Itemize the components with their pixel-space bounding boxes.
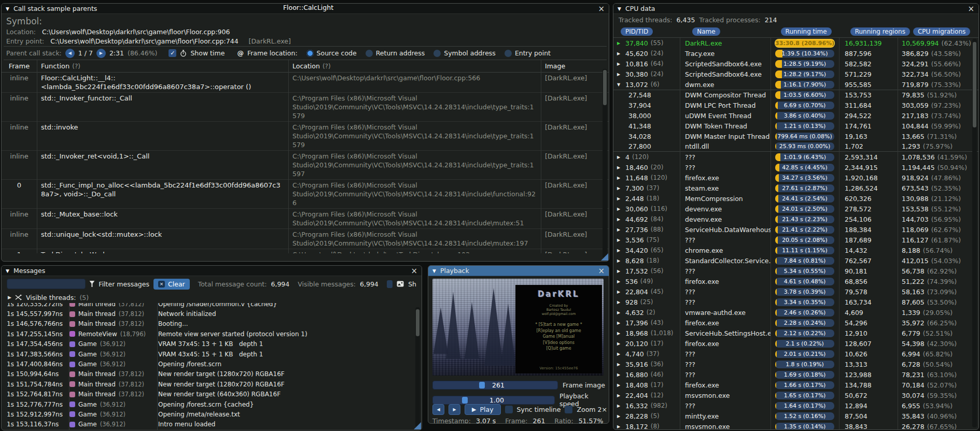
function-cell[interactable]: std::unique_lock<std::mutex>::lock [37,229,288,240]
cpu-row[interactable]: ▶ 16,880 (46) ??? 1.69 s (0.18%) 123,988… [613,369,978,380]
expand-icon[interactable]: ▶ [617,341,623,346]
expand-icon[interactable]: ▶ [617,165,623,170]
expand-icon[interactable]: ▶ [617,196,623,201]
function-cell[interactable]: TaskDispatch::Worker [37,249,288,253]
expand-icon[interactable]: ▶ [617,62,623,66]
cpu-row[interactable]: ▶ 18,172 (8) msvsmon.exe 1.35 s (0.14%) … [613,421,978,429]
cpu-row[interactable]: ▶ 10,816 (64) ScriptedSandbox64.exe 1:28… [613,59,978,69]
collapse-icon[interactable]: ▼ [432,268,436,274]
cpu-row[interactable]: ▶ 45,620 (24) Tracy.exe 1:39.5 (10.34%) … [613,48,978,59]
close-icon[interactable]: × [598,267,605,275]
function-cell[interactable]: Floor::CalcLight::__l4::<lambda_5bc224f1… [37,73,288,92]
cpu-row[interactable]: ▶ 11,648 (120) firefox.exe 34.27 s (3.56… [613,173,978,183]
expand-icon[interactable]: ▶ [617,383,623,387]
cpu-row[interactable]: ▶ 18,968 (1,018) ServiceHub.SettingsHost… [613,328,978,338]
message-row[interactable]: 1s 147,255,145ns RemoteView (18,796) Rem… [2,329,422,339]
expand-icon[interactable]: ▶ [617,331,623,336]
expand-icon[interactable]: ▶ [617,51,623,56]
cpu-row[interactable]: ▶ 20,120 (17) firefox.exe 2.1 s (0.22%) … [613,338,978,349]
cpu-row[interactable]: ▶ 18,460 (20) ??? 42.85 s (4.45%) 2,344,… [613,162,978,173]
message-row[interactable]: 1s 145,557,997ns Main thread (37,812) Ne… [2,309,422,319]
cpu-row[interactable]: ▶ 7,300 (37) steam.exe 27.61 s (2.87%) 1… [613,183,978,193]
cpu-row[interactable]: 27,548 DWM Compositor Thread 1:03.5 (6.6… [613,90,978,100]
expand-icon[interactable]: ▶ [617,269,623,274]
message-row[interactable]: 1s 150,994,64ns Main thread (37,812) New… [2,369,422,379]
expand-icon[interactable]: ▶ [617,352,623,356]
expand-icon[interactable]: ▶ [617,248,623,253]
expand-icon[interactable]: ▶ [617,41,623,46]
expand-icon[interactable]: ▶ [617,238,623,242]
expand-icon[interactable]: ▶ [617,414,623,419]
function-cell[interactable]: std::_Func_impl_no_alloc<<lambda_5bc224f… [37,180,288,199]
prev-frame-button[interactable]: ◀ [432,404,444,415]
cpu-row[interactable]: ▶ 17,532 (56) ??? 5.34 s (0.55%) 90,181 … [613,266,978,276]
message-row[interactable]: 1s 152,912,997ns Game (36,912) Opening /… [2,409,422,419]
message-row[interactable]: 1s 151,754,784ns Main thread (37,812) Ne… [2,379,422,389]
zoom-2x-checkbox[interactable] [565,406,572,413]
scrollbar[interactable] [603,69,607,258]
cpu-row[interactable]: ▶ 928 (25) ??? 3.34 s (0.35%) 163,734 87… [613,297,978,307]
message-row[interactable]: 1s 146,576,766ns Main thread (37,812) Bo… [2,319,422,329]
expand-icon[interactable]: ▶ [617,279,623,284]
filter-input[interactable] [7,279,86,289]
expand-icon[interactable]: ▶ [8,295,11,300]
scrollbar[interactable] [415,307,420,427]
message-row[interactable]: 1s 147,400,846ns Game (36,912) Opening /… [2,359,422,369]
cpu-row[interactable]: ▶ 16,332 (982) ??? 1.64 s (0.17%) 12,894… [613,400,978,411]
resize-grip[interactable] [601,253,608,261]
cpu-row[interactable]: 37,904 DWM LPC Port Thread 6.69 s (0.70%… [613,100,978,110]
cpu-row[interactable]: ▶ 18,408 (17) firefox.exe 1.66 s (0.17%)… [613,380,978,390]
message-row[interactable]: 1s 147,383,566ns Game (36,912) VRAM 43x4… [2,349,422,359]
cpu-row[interactable]: ▼ 13,072 (6) dwm.exe 1:16.1 (7.90%) 955,… [613,79,978,90]
cpu-row[interactable]: ▶ 3,536 (75) ??? 20.05 s (2.08%) 187,689… [613,235,978,245]
expand-icon[interactable]: ▶ [617,227,623,232]
expand-icon[interactable]: ▶ [617,186,623,191]
cpu-row[interactable]: ▶ 4 (120) ??? 1:01.9 (6.43%) 2,593,314 1… [613,152,978,162]
collapse-icon[interactable]: ▼ [618,6,621,11]
frame-image-slider[interactable]: 261 [432,381,558,390]
cpu-row[interactable]: ▶ 22,404 (12) msvsmon.exe 1.65 s (0.17%)… [613,390,978,400]
playback-titlebar[interactable]: ▼ Playback × [428,266,609,276]
message-row[interactable]: 1s 120,335,272ns Main thread (37,812) Op… [2,303,422,309]
callstack-row[interactable]: 1 TaskDispatch::Worker C:\Users\wolf\Des… [2,249,609,253]
callstack-row[interactable]: inline std::_Mutex_base::lock C:\Program… [2,209,609,229]
cpu-row[interactable]: ▶ 34,420 (65) chrome.exe 11.11 s (1.15%)… [613,245,978,255]
cpu-row[interactable]: ▶ 37,840 (55) DarkRL.exe 33:30.8 (208.96… [613,38,978,48]
callstack-row[interactable]: inline std::_Invoker_ret<void,1>::_Call … [2,151,609,180]
scrollbar[interactable] [972,39,977,427]
col-name[interactable]: Name [692,27,720,36]
message-row[interactable]: 1s 153,116,37ns Game (36,912) Intro menu… [2,420,422,429]
cpu-row[interactable]: ▶ 44,692 (84) devenv.exe 21.43 s (2.23%)… [613,214,978,224]
expand-icon[interactable]: ▶ [617,290,623,294]
expand-icon[interactable]: ▶ [617,372,623,377]
scrollbar-thumb[interactable] [603,70,607,105]
expand-icon[interactable]: ▶ [617,72,623,77]
expand-icon[interactable]: ▶ [617,217,623,222]
function-cell[interactable]: std::_Invoker_ret<void,1>::_Call [37,151,288,162]
function-cell[interactable]: std::_Invoker_functor::_Call [37,93,288,104]
scrollbar-thumb[interactable] [973,42,976,127]
callstack-row[interactable]: inline std::unique_lock<std::mutex>::loc… [2,229,609,249]
callstack-row[interactable]: inline std::invoke C:\Program Files (x86… [2,122,609,151]
message-row[interactable]: 1s 147,354,456ns Game (36,912) VRAM 37x4… [2,339,422,349]
cpu-row[interactable]: 27,800 ntdll.dll 25.93 ms (0.00%) 1,702 … [613,141,978,152]
cpu-row[interactable]: ▶ 17,396 (43) firefox.exe 2.28 s (0.24%)… [613,318,978,328]
callstack-row[interactable]: inline std::_Invoker_functor::_Call C:\P… [2,93,609,122]
expand-icon[interactable]: ▶ [617,155,623,160]
cpu-row[interactable]: ▶ 30,060 (116) devenv.exe 24.01 s (2.50%… [613,204,978,214]
clear-button[interactable]: × Clear [153,279,190,290]
cpu-row[interactable]: ▶ 8,628 (18) StandardCollector.Service.e… [613,255,978,266]
playback-speed-slider[interactable]: 1.00 [432,396,555,405]
expand-icon[interactable]: ▶ [617,207,623,211]
close-icon[interactable]: × [968,5,974,12]
resize-grip[interactable] [414,422,421,429]
col-pid-tid[interactable]: PID/TID [621,27,653,36]
cpu-row[interactable]: ▶ 35,916 (36) ??? 1.8 s (0.19%) 13,313 6… [613,359,978,369]
cpu-row[interactable]: ▶ 28,228 (5) mintty.exe 1.52 s (0.16%) 8… [613,411,978,421]
show-images-checkbox[interactable] [387,280,393,288]
scrollbar-thumb[interactable] [416,309,419,336]
message-row[interactable]: 1s 152,776,777ns Game (36,912) Opening /… [2,399,422,409]
callstack-row[interactable]: inline Floor::CalcLight::__l4::<lambda_5… [2,73,609,93]
expand-icon[interactable]: ▶ [617,424,623,429]
collapse-icon[interactable]: ▼ [6,268,9,274]
